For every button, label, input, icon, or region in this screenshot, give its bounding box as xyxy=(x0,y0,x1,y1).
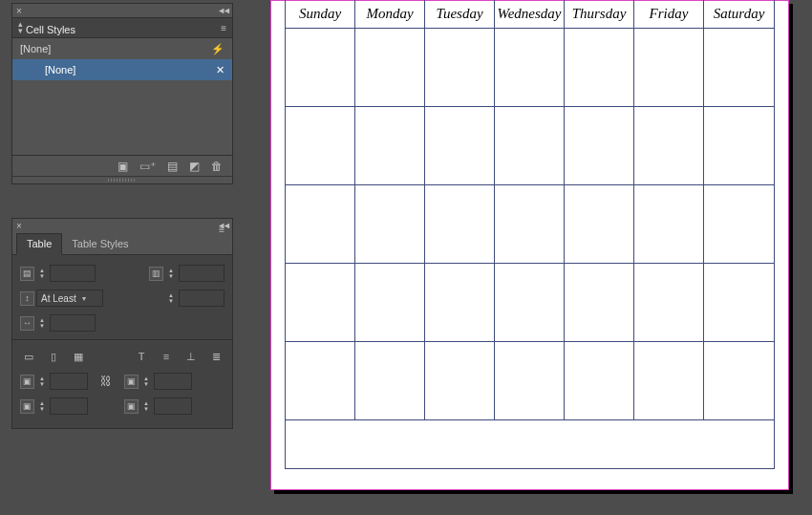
write-horizontal-icon[interactable]: ▭ xyxy=(20,350,37,363)
close-icon[interactable]: × xyxy=(16,221,22,231)
link-insets-icon[interactable]: ⛓ xyxy=(97,375,115,388)
clear-override-icon[interactable]: ◩ xyxy=(189,160,200,173)
calendar-cell[interactable] xyxy=(286,342,355,420)
calendar-cell[interactable] xyxy=(634,29,704,107)
calendar-cell[interactable] xyxy=(495,185,565,264)
panel-resize-grip[interactable] xyxy=(12,176,232,183)
inset-top-stepper[interactable]: ▲▼ xyxy=(36,373,48,390)
rows-stepper[interactable]: ▲▼ xyxy=(36,265,48,282)
write-mixed-icon[interactable]: ▦ xyxy=(70,350,87,363)
document-canvas[interactable]: Sunday Monday Tuesday Wednesday Thursday… xyxy=(270,0,812,515)
calendar-cell[interactable] xyxy=(286,107,355,185)
calendar-cell[interactable] xyxy=(495,264,565,342)
table-panel-body: ▤ ▲▼ ▥ ▲▼ ↕ At Least ▾ ▲▼ xyxy=(12,255,232,428)
calendar-cell[interactable] xyxy=(634,342,704,420)
calendar-cell[interactable] xyxy=(634,185,704,264)
close-icon[interactable]: × xyxy=(16,6,22,16)
calendar-cell[interactable] xyxy=(704,342,774,420)
cell-styles-panel: × ◄◄ ▴▾Cell Styles ≡ [None] ⚡ [None] ✕ ▣… xyxy=(11,3,233,184)
day-header[interactable]: Monday xyxy=(355,0,425,28)
align-middle-icon[interactable]: ≡ xyxy=(158,350,175,363)
calendar-cell[interactable] xyxy=(565,185,634,264)
inset-left-icon: ▣ xyxy=(124,375,139,389)
calendar-cell[interactable] xyxy=(565,264,634,342)
calendar-cell[interactable] xyxy=(634,107,704,185)
columns-field[interactable] xyxy=(179,265,224,282)
calendar-cell[interactable] xyxy=(704,185,774,264)
row-height-field[interactable] xyxy=(179,290,224,307)
calendar-cell[interactable] xyxy=(355,342,425,420)
quick-apply-icon[interactable]: ⚡ xyxy=(211,43,224,55)
calendar-cell[interactable] xyxy=(355,29,425,107)
calendar-cell[interactable] xyxy=(495,107,565,185)
calendar-cell[interactable] xyxy=(355,107,425,185)
calendar-cell[interactable] xyxy=(495,29,565,107)
calendar-cell[interactable] xyxy=(425,264,495,342)
page[interactable]: Sunday Monday Tuesday Wednesday Thursday… xyxy=(270,0,789,490)
calendar-cell[interactable] xyxy=(425,342,495,420)
day-header[interactable]: Saturday xyxy=(704,0,774,28)
style-item-label: [None] xyxy=(45,64,75,75)
calendar-table[interactable]: Sunday Monday Tuesday Wednesday Thursday… xyxy=(285,0,775,469)
col-width-field[interactable] xyxy=(50,314,96,332)
align-justify-icon[interactable]: ≣ xyxy=(207,350,224,363)
inset-right-field[interactable] xyxy=(154,397,192,415)
collapse-icon[interactable]: ◄◄ xyxy=(217,6,228,15)
inset-left-field[interactable] xyxy=(154,373,192,390)
calendar-cell[interactable] xyxy=(565,342,634,420)
columns-stepper[interactable]: ▲▼ xyxy=(165,265,177,282)
calendar-cell[interactable] xyxy=(634,264,704,342)
calendar-cell[interactable] xyxy=(704,29,774,107)
inset-right-stepper[interactable]: ▲▼ xyxy=(140,397,152,415)
inset-bottom-icon: ▣ xyxy=(20,399,34,414)
sort-icon[interactable]: ▴▾ xyxy=(18,21,23,34)
style-item-control-icon[interactable]: ✕ xyxy=(216,64,224,76)
calendar-cell[interactable] xyxy=(425,107,495,185)
panel-menu-icon[interactable]: ≡ xyxy=(219,225,224,235)
calendar-cell[interactable] xyxy=(704,107,774,185)
calendar-cell[interactable] xyxy=(425,185,495,264)
row-height-mode-dropdown[interactable]: At Least ▾ xyxy=(36,290,103,307)
style-item-none[interactable]: [None] ✕ xyxy=(12,59,232,80)
trash-icon[interactable]: 🗑 xyxy=(211,160,223,173)
calendar-cell[interactable] xyxy=(565,29,634,107)
calendar-footer-row[interactable] xyxy=(285,420,775,469)
style-none-header[interactable]: [None] ⚡ xyxy=(12,38,232,59)
day-header[interactable]: Tuesday xyxy=(425,0,495,28)
calendar-header-row: Sunday Monday Tuesday Wednesday Thursday… xyxy=(285,0,775,29)
calendar-cell[interactable] xyxy=(495,342,565,420)
new-style-group-icon[interactable]: ▭⁺ xyxy=(139,160,156,173)
calendar-body xyxy=(285,29,775,420)
inset-right-icon: ▣ xyxy=(124,399,139,414)
inset-left-stepper[interactable]: ▲▼ xyxy=(140,373,152,390)
inset-bottom-field[interactable] xyxy=(50,397,88,415)
inset-top-field[interactable] xyxy=(50,373,88,390)
day-header[interactable]: Sunday xyxy=(286,0,355,28)
day-header[interactable]: Thursday xyxy=(565,0,634,28)
align-top-icon[interactable]: T xyxy=(133,350,150,363)
write-vertical-icon[interactable]: ▯ xyxy=(45,350,62,363)
calendar-cell[interactable] xyxy=(704,264,774,342)
tab-table[interactable]: Table xyxy=(16,233,62,255)
tab-table-styles[interactable]: Table Styles xyxy=(62,234,138,254)
folder-icon[interactable]: ▣ xyxy=(118,160,128,173)
col-width-stepper[interactable]: ▲▼ xyxy=(36,314,48,332)
calendar-cell[interactable] xyxy=(286,264,355,342)
inset-bottom-stepper[interactable]: ▲▼ xyxy=(36,397,48,415)
calendar-cell[interactable] xyxy=(425,29,495,107)
calendar-cell[interactable] xyxy=(286,185,355,264)
calendar-cell[interactable] xyxy=(286,29,355,107)
calendar-cell[interactable] xyxy=(565,107,634,185)
calendar-cell[interactable] xyxy=(355,185,425,264)
day-header[interactable]: Friday xyxy=(634,0,704,28)
rows-field[interactable] xyxy=(50,265,96,282)
new-style-icon[interactable]: ▤ xyxy=(167,160,178,173)
day-header[interactable]: Wednesday xyxy=(495,0,565,28)
panel-top-bar: × ◄◄ xyxy=(12,219,232,232)
calendar-cell[interactable] xyxy=(355,264,425,342)
align-bottom-icon[interactable]: ⊥ xyxy=(182,350,200,363)
col-width-icon: ↔ xyxy=(20,316,34,331)
panel-menu-icon[interactable]: ≡ xyxy=(221,23,226,33)
style-label: [None] xyxy=(20,43,51,54)
row-height-stepper[interactable]: ▲▼ xyxy=(165,290,177,307)
